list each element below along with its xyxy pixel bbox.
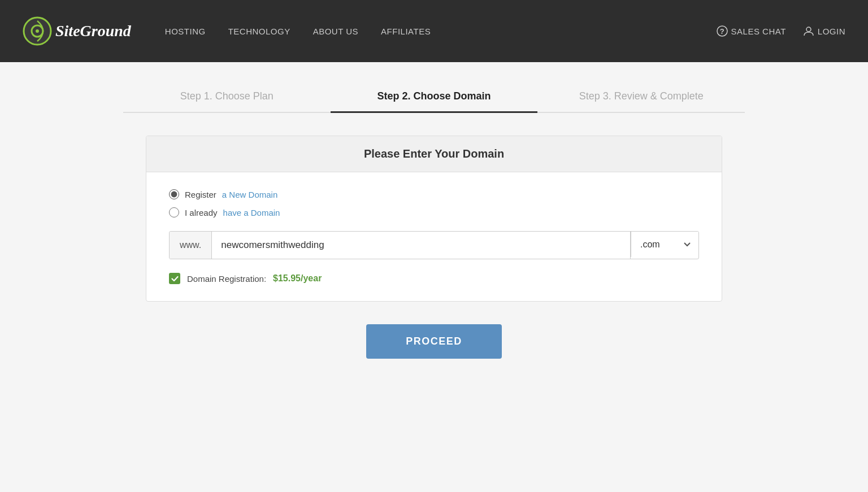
- domain-reg-checkbox[interactable]: [169, 273, 180, 284]
- proceed-button[interactable]: PROCEED: [366, 324, 502, 359]
- svg-text:?: ?: [719, 27, 724, 36]
- nav-links: HOSTING TECHNOLOGY ABOUT US AFFILIATES: [165, 27, 717, 36]
- radio-new-link[interactable]: a New Domain: [222, 190, 277, 199]
- tld-wrapper: .com .net .org .info .biz: [630, 232, 698, 259]
- card-header-title: Please Enter Your Domain: [364, 147, 504, 160]
- step-choose-domain[interactable]: Step 2. Choose Domain: [331, 90, 538, 113]
- radio-new-prefix: Register: [185, 190, 216, 199]
- question-circle-icon: ?: [717, 25, 728, 37]
- domain-reg-row: Domain Registration: $15.95/year: [169, 273, 699, 284]
- login-link[interactable]: LOGIN: [803, 25, 845, 37]
- user-icon: [803, 25, 814, 37]
- logo-text: SiteGround: [55, 22, 131, 40]
- domain-reg-label: Domain Registration:: [187, 274, 266, 284]
- main-content: Please Enter Your Domain Register a New …: [134, 136, 734, 359]
- radio-new-domain[interactable]: Register a New Domain: [169, 189, 699, 199]
- domain-input-row: www. .com .net .org .info .biz: [169, 231, 699, 259]
- stepper: Step 1. Choose Plan Step 2. Choose Domai…: [123, 90, 745, 113]
- www-prefix: www.: [170, 232, 212, 259]
- proceed-wrapper: PROCEED: [146, 324, 722, 359]
- radio-existing-domain-input[interactable]: [169, 207, 179, 217]
- nav-link-affiliates[interactable]: AFFILIATES: [381, 27, 431, 36]
- nav-link-hosting[interactable]: HOSTING: [165, 27, 206, 36]
- radio-new-domain-input[interactable]: [169, 189, 179, 199]
- radio-existing-link[interactable]: have a Domain: [223, 208, 280, 217]
- logo-icon: [23, 16, 52, 46]
- checkmark-icon: [171, 275, 179, 282]
- radio-existing-domain[interactable]: I already have a Domain: [169, 207, 699, 217]
- step-choose-plan[interactable]: Step 1. Choose Plan: [123, 90, 331, 113]
- card-header: Please Enter Your Domain: [146, 136, 722, 172]
- nav-right: ? SALES CHAT LOGIN: [717, 25, 845, 37]
- svg-point-2: [36, 29, 39, 33]
- domain-card: Please Enter Your Domain Register a New …: [146, 136, 722, 302]
- domain-text-input[interactable]: [212, 232, 630, 259]
- logo[interactable]: SiteGround: [23, 16, 131, 46]
- nav-link-technology[interactable]: TECHNOLOGY: [228, 27, 290, 36]
- sales-chat-link[interactable]: ? SALES CHAT: [717, 25, 786, 37]
- domain-reg-price: $15.95/year: [273, 273, 322, 284]
- navbar: SiteGround HOSTING TECHNOLOGY ABOUT US A…: [0, 0, 868, 62]
- nav-link-about-us[interactable]: ABOUT US: [313, 27, 358, 36]
- card-body: Register a New Domain I already have a D…: [146, 172, 722, 301]
- radio-existing-prefix: I already: [185, 208, 218, 217]
- step-review-complete[interactable]: Step 3. Review & Complete: [537, 90, 745, 113]
- tld-select[interactable]: .com .net .org .info .biz: [631, 232, 698, 257]
- svg-point-5: [806, 27, 811, 32]
